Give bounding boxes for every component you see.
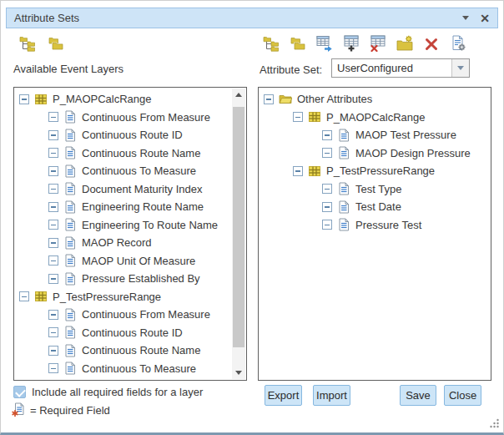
page-gear-icon[interactable]	[450, 35, 466, 52]
available-layers-tree: P_MAOPCalcRangeContinuous From MeasureCo…	[14, 88, 232, 380]
toolbar-right	[263, 35, 466, 52]
collapse-expander-icon[interactable]	[48, 202, 58, 212]
collapse-expander-icon[interactable]	[293, 112, 303, 122]
collapse-expander-icon[interactable]	[48, 310, 58, 320]
tree-item[interactable]: Continuous To Measure	[14, 360, 232, 378]
tree-item[interactable]: Continuous To Measure	[14, 162, 232, 180]
collapse-expander-icon[interactable]	[19, 291, 29, 301]
scrollbar-thumb[interactable]	[233, 107, 244, 347]
tree-item[interactable]: Test Date	[259, 198, 491, 216]
folder-open-icon	[279, 93, 292, 106]
collapse-expander-icon[interactable]	[48, 184, 58, 194]
field-icon	[63, 182, 77, 195]
tree-item-label: P_TestPressureRange	[53, 291, 161, 303]
tree-item-label: MAOP Record	[82, 236, 152, 249]
collapse-expander-icon[interactable]	[48, 274, 58, 284]
collapse-expander-icon[interactable]	[48, 130, 58, 140]
import-button[interactable]: Import	[313, 385, 350, 406]
tree-item-label: P_TestPressureRange	[326, 164, 435, 177]
tree-item-label: Pressure Test	[355, 219, 421, 231]
folders-icon[interactable]	[290, 35, 306, 52]
tree-item[interactable]: Continuous Route Name	[14, 144, 232, 163]
save-button[interactable]: Save	[400, 385, 436, 406]
tree-item[interactable]: Continuous Route ID	[14, 126, 232, 144]
close-icon[interactable]: ✕	[480, 13, 490, 24]
tree-item-label: Continuous Route ID	[82, 326, 183, 339]
collapse-expander-icon[interactable]	[48, 255, 58, 266]
required-field-icon	[12, 402, 26, 417]
collapse-expander-icon[interactable]	[322, 130, 332, 140]
field-icon	[63, 272, 77, 286]
dialog-title: Attribute Sets	[14, 12, 79, 24]
tree-item[interactable]: Continuous From Measure	[14, 306, 232, 324]
delete-x-icon[interactable]	[423, 35, 440, 52]
export-button[interactable]: Export	[265, 385, 302, 406]
tree-item-label: Continuous Route Name	[82, 344, 200, 357]
titlebar[interactable]: Attribute Sets ✕	[6, 8, 498, 28]
folder-tree-icon[interactable]	[263, 35, 280, 52]
tree-item[interactable]: Continuous Route ID	[14, 324, 232, 342]
attribute-set-dropdown[interactable]: UserConfigured	[331, 58, 470, 78]
tree-item[interactable]: Continuous From Measure	[14, 109, 232, 127]
tree-item[interactable]: Pressure Test	[259, 216, 491, 235]
folder-tree-icon[interactable]	[19, 35, 36, 52]
tree-item[interactable]: P_TestPressureRange	[259, 162, 491, 180]
collapse-expander-icon[interactable]	[322, 220, 332, 230]
tree-item[interactable]: MAOP Test Pressure	[259, 126, 491, 144]
attribute-set-tree: Other AttributesP_MAOPCalcRangeMAOP Test…	[259, 88, 491, 380]
event-layer-icon	[34, 93, 48, 106]
tree-item[interactable]: P_MAOPCalcRange	[259, 109, 491, 127]
tree-item[interactable]: P_MAOPCalcRange	[14, 90, 232, 109]
dropdown-button[interactable]	[451, 59, 469, 77]
collapse-expander-icon[interactable]	[48, 346, 58, 356]
collapse-expander-icon[interactable]	[322, 184, 332, 194]
tree-item-label: Test Date	[355, 200, 401, 213]
tree-item[interactable]: P_TestPressureRange	[14, 288, 232, 306]
field-icon	[63, 129, 77, 142]
collapse-expander-icon[interactable]	[48, 166, 58, 176]
field-icon	[337, 200, 350, 214]
collapse-expander-icon[interactable]	[293, 166, 303, 176]
field-icon	[63, 362, 77, 375]
collapse-expander-icon[interactable]	[48, 327, 58, 337]
collapse-expander-icon[interactable]	[48, 112, 58, 122]
required-field-legend: = Required Field	[12, 402, 110, 417]
collapse-expander-icon[interactable]	[19, 94, 29, 104]
collapse-expander-icon[interactable]	[48, 238, 58, 248]
tree-item-label: Continuous From Measure	[82, 111, 210, 124]
tree-item[interactable]: MAOP Design Pressure	[259, 144, 491, 163]
tree-item[interactable]: Other Attributes	[259, 90, 491, 109]
tree-item[interactable]: Document Maturity Index	[14, 180, 232, 199]
table-export-icon[interactable]	[316, 35, 333, 52]
vertical-scrollbar[interactable]	[232, 89, 245, 379]
close-button[interactable]: Close	[444, 385, 481, 406]
collapse-expander-icon[interactable]	[322, 148, 332, 158]
table-delete-icon[interactable]	[370, 35, 386, 52]
table-add-icon[interactable]	[343, 35, 360, 52]
tree-item[interactable]: Test Type	[259, 180, 491, 199]
collapse-expander-icon[interactable]	[48, 220, 58, 230]
tree-item[interactable]: Continuous Route Name	[14, 341, 232, 360]
collapse-expander-icon[interactable]	[264, 94, 274, 104]
include-required-fields-option[interactable]: Include all required fields for a layer	[13, 386, 203, 398]
tree-item-label: P_MAOPCalcRange	[53, 93, 152, 105]
tree-item[interactable]: MAOP Unit Of Measure	[14, 252, 232, 271]
tree-item-label: Continuous To Measure	[82, 362, 196, 375]
attribute-sets-dialog: Attribute Sets ✕ Available Event Layers …	[0, 0, 504, 435]
tree-item[interactable]: Pressure Established By	[14, 270, 232, 288]
folders-icon[interactable]	[48, 35, 64, 52]
collapse-expander-icon[interactable]	[322, 202, 332, 212]
tree-item[interactable]: MAOP Record	[14, 234, 232, 252]
scroll-up-icon[interactable]	[232, 89, 245, 101]
tree-item-label: Continuous Route ID	[82, 129, 183, 141]
caret-down-icon[interactable]	[462, 16, 469, 20]
include-required-fields-checkbox[interactable]	[13, 386, 26, 398]
resize-grip-icon[interactable]	[488, 418, 500, 429]
collapse-expander-icon[interactable]	[48, 363, 58, 373]
collapse-expander-icon[interactable]	[48, 148, 58, 158]
folder-gear-icon[interactable]	[396, 35, 413, 52]
scroll-down-icon[interactable]	[232, 367, 245, 379]
tree-item[interactable]: Engineering Route Name	[14, 198, 232, 216]
event-layer-icon	[308, 110, 321, 124]
tree-item[interactable]: Engineering To Route Name	[14, 216, 232, 235]
